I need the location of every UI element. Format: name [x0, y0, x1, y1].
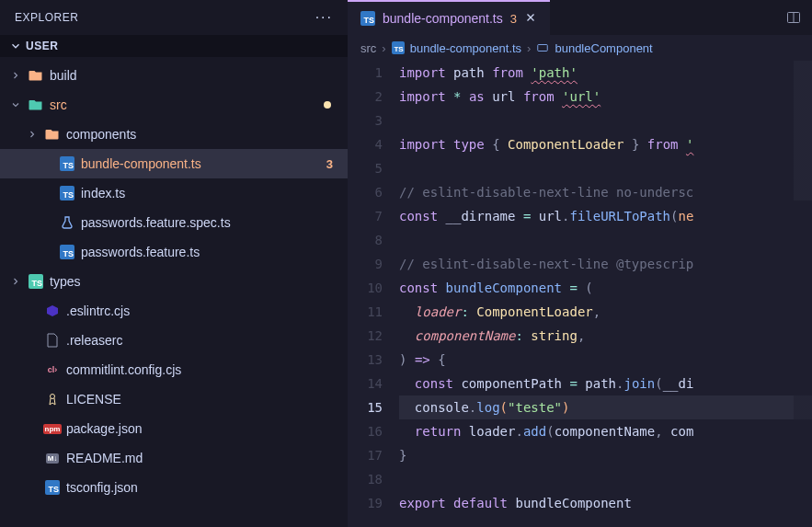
ts-icon: TS [59, 185, 75, 201]
svg-point-1 [51, 395, 55, 399]
tree-item-label: src [50, 97, 318, 112]
problems-badge: 3 [326, 157, 338, 171]
file-tree: buildsrccomponentsTSbundle-component.ts3… [0, 57, 348, 527]
close-icon [524, 11, 537, 24]
modified-indicator [324, 101, 331, 109]
tree-file[interactable]: TSindex.ts [0, 178, 348, 208]
tree-item-label: README.md [66, 451, 338, 465]
minimap[interactable] [794, 61, 812, 527]
tree-file[interactable]: passwords.feature.spec.ts [0, 208, 348, 237]
editor-area: TS bundle-component.ts 3 src › TS bundle… [348, 0, 812, 527]
tree-file[interactable]: TSbundle-component.ts3 [0, 149, 348, 178]
code-editor[interactable]: 12345678910111213141516171819 import pat… [348, 61, 812, 527]
breadcrumb[interactable]: src › TS bundle-component.ts › bundleCom… [348, 35, 812, 61]
lightbulb-icon[interactable]: 💡 [399, 372, 400, 395]
file-icon [44, 332, 61, 349]
chevron-right-icon [26, 128, 39, 141]
svg-rect-4 [538, 45, 548, 52]
eslint-icon [44, 303, 61, 319]
folder-ts-icon: TS [28, 273, 44, 290]
typescript-icon: TS [360, 11, 375, 26]
tree-item-label: LICENSE [66, 392, 338, 407]
tree-item-label: bundle-component.ts [81, 156, 321, 171]
tab-label: bundle-component.ts [383, 11, 503, 26]
tree-file[interactable]: TStsconfig.json [0, 473, 348, 502]
breadcrumb-folder[interactable]: src [360, 41, 376, 55]
test-icon [59, 214, 75, 231]
sidebar-section-header[interactable]: USER [0, 35, 348, 57]
explorer-sidebar: EXPLORER ··· USER buildsrccomponentsTSbu… [0, 0, 348, 527]
md-icon: M↓ [44, 450, 61, 466]
split-editor-button[interactable] [775, 0, 812, 35]
tree-folder[interactable]: build [0, 61, 348, 90]
sidebar-header: EXPLORER ··· [0, 0, 348, 35]
npm-icon: npm [44, 420, 61, 437]
tab-bar: TS bundle-component.ts 3 [348, 0, 812, 35]
tree-file[interactable]: LICENSE [0, 384, 348, 414]
editor-tab[interactable]: TS bundle-component.ts 3 [348, 0, 550, 35]
tree-item-label: passwords.feature.spec.ts [81, 215, 338, 230]
tree-item-label: passwords.feature.ts [81, 245, 338, 259]
line-number-gutter: 12345678910111213141516171819 [348, 61, 399, 527]
tree-item-label: components [66, 127, 338, 142]
tree-item-label: .eslintrc.cjs [66, 304, 338, 318]
more-actions-button[interactable]: ··· [315, 9, 333, 26]
chevron-down-icon [9, 40, 22, 52]
tab-problems-badge: 3 [510, 12, 517, 26]
tree-file[interactable]: .releaserc [0, 326, 348, 355]
tree-item-label: types [50, 274, 338, 289]
tree-file[interactable]: M↓README.md [0, 443, 348, 473]
svg-marker-0 [47, 305, 58, 316]
tab-bar-spacer [550, 0, 775, 35]
tree-file[interactable]: .eslintrc.cjs [0, 296, 348, 326]
breadcrumb-symbol[interactable]: bundleComponent [555, 41, 652, 55]
folder-icon [44, 126, 61, 143]
tree-item-label: commitlint.config.cjs [66, 362, 338, 377]
tsconfig-icon: TS [44, 479, 61, 496]
chevron-down-icon [9, 98, 22, 111]
tree-item-label: .releaserc [66, 333, 338, 348]
symbol-icon [536, 41, 549, 54]
tree-folder[interactable]: src [0, 90, 348, 120]
chevron-right-icon [9, 69, 22, 82]
commitlint-icon: cl› [44, 361, 61, 378]
code-body[interactable]: import path from 'path'import * as url f… [399, 61, 812, 527]
breadcrumb-file[interactable]: bundle-component.ts [410, 41, 521, 55]
sidebar-title: EXPLORER [15, 11, 78, 24]
tree-folder[interactable]: components [0, 120, 348, 149]
tree-file[interactable]: TSpasswords.feature.ts [0, 237, 348, 267]
folder-src-icon [28, 97, 44, 113]
split-icon [786, 10, 801, 25]
tree-item-label: build [50, 68, 338, 83]
tree-item-label: tsconfig.json [66, 480, 338, 495]
tree-file[interactable]: cl›commitlint.config.cjs [0, 355, 348, 384]
ts-icon: TS [59, 244, 75, 260]
tree-item-label: package.json [66, 421, 338, 436]
typescript-icon: TS [392, 41, 405, 54]
folder-icon [28, 67, 44, 84]
ts-icon: TS [59, 155, 75, 172]
tree-file[interactable]: npmpackage.json [0, 414, 348, 443]
breadcrumb-separator: › [527, 41, 531, 55]
chevron-right-icon [9, 275, 22, 288]
tree-item-label: index.ts [81, 186, 338, 200]
section-label: USER [26, 40, 58, 52]
tree-folder[interactable]: TStypes [0, 267, 348, 296]
license-icon [44, 391, 61, 407]
close-tab-button[interactable] [524, 11, 537, 27]
breadcrumb-separator: › [382, 41, 385, 55]
